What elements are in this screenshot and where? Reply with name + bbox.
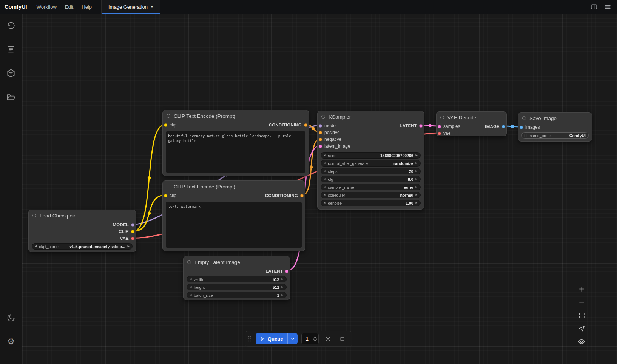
decrement-arrow-icon[interactable]: ◀ [324,194,325,196]
tab-image-generation[interactable]: Image Generation ● [102,0,160,14]
decrement-arrow-icon[interactable]: ◀ [324,202,325,204]
menu-help[interactable]: Help [77,0,96,14]
sidebar-queue-history-button[interactable] [5,20,17,31]
menu-edit[interactable]: Edit [61,0,77,14]
interrupt-button[interactable] [337,333,347,344]
clear-queue-button[interactable] [322,333,333,344]
toggle-visibility-button[interactable] [576,337,587,347]
output-port-conditioning[interactable] [300,194,304,197]
menu-workflow[interactable]: Workflow [32,0,61,14]
collapse-toggle-icon[interactable] [522,116,526,120]
widget-sampler-name[interactable]: ◀ sampler_name euler ▶ [321,184,421,190]
decrement-arrow-icon[interactable]: ◀ [324,178,325,180]
increment-arrow-icon[interactable]: ▶ [282,294,284,296]
increment-arrow-icon[interactable]: ▶ [128,245,130,248]
queue-button[interactable]: Queue [256,333,298,344]
increment-arrow-icon[interactable]: ▶ [416,202,418,204]
decrement-arrow-icon[interactable]: ◀ [324,186,325,188]
increment-arrow-icon[interactable]: ▶ [416,178,418,180]
input-port-model[interactable] [319,124,322,128]
input-port-clip[interactable] [164,194,167,197]
node-save-image[interactable]: Save Image images filename_prefix ComfyU… [518,112,592,142]
zoom-out-button[interactable] [576,297,587,307]
spinner-up-icon[interactable] [313,336,317,339]
input-port-vae[interactable] [438,132,441,135]
node-title-bar[interactable]: CLIP Text Encode (Prompt) [163,110,308,122]
output-port-image[interactable] [502,125,505,128]
queue-options-dropdown[interactable] [287,333,298,344]
node-ksampler[interactable]: KSampler model LATENT positive negative … [317,111,424,210]
decrement-arrow-icon[interactable]: ◀ [190,294,191,296]
widget-ckpt-name[interactable]: ◀ ckpt_name v1-5-pruned-emaonly.safete..… [32,243,133,250]
widget-scheduler[interactable]: ◀ scheduler normal ▶ [321,192,421,198]
widget-width[interactable]: ◀ width 512 ▶ [187,276,287,282]
widget-denoise[interactable]: ◀ denoise 1.00 ▶ [321,200,421,206]
increment-arrow-icon[interactable]: ▶ [416,162,418,165]
negative-prompt-textarea[interactable]: text, watermark [166,202,302,248]
widget-batch-size[interactable]: ◀ batch_size 1 ▶ [187,292,287,298]
node-title-bar[interactable]: VAE Decode [437,112,506,123]
sidebar-model-library-button[interactable] [5,68,17,79]
node-load-checkpoint[interactable]: Load Checkpoint MODEL CLIP VAE ◀ ckpt_na… [28,210,136,252]
decrement-arrow-icon[interactable]: ◀ [35,245,37,248]
widget-cfg[interactable]: ◀ cfg 8.0 ▶ [321,176,421,182]
widget-control-after-generate[interactable]: ◀ control_after_generate randomize ▶ [321,160,421,167]
collapse-toggle-icon[interactable] [167,185,170,188]
settings-button[interactable]: ⚙ [5,336,17,347]
output-port-model[interactable] [131,223,134,227]
decrement-arrow-icon[interactable]: ◀ [324,170,325,173]
batch-count-input[interactable]: 1 [301,333,319,344]
theme-toggle-button[interactable] [5,313,17,323]
node-title-bar[interactable]: CLIP Text Encode (Prompt) [163,181,305,192]
collapse-toggle-icon[interactable] [167,114,170,118]
drag-handle-icon[interactable] [248,336,252,342]
main-menu-button[interactable] [602,2,613,12]
output-port-conditioning[interactable] [304,123,307,127]
widget-filename-prefix[interactable]: filename_prefix ComfyUI [521,132,589,139]
increment-arrow-icon[interactable]: ▶ [282,286,284,288]
collapse-toggle-icon[interactable] [32,214,36,217]
node-title-bar[interactable]: Save Image [518,113,592,124]
node-title-bar[interactable]: Empty Latent Image [184,256,290,268]
decrement-arrow-icon[interactable]: ◀ [324,154,325,157]
node-empty-latent-image[interactable]: Empty Latent Image LATENT ◀ width 512 ▶ … [183,256,290,300]
output-port-latent[interactable] [419,124,423,128]
increment-arrow-icon[interactable]: ▶ [282,278,284,281]
node-clip-text-encode-positive[interactable]: CLIP Text Encode (Prompt) clip CONDITION… [162,110,309,176]
increment-arrow-icon[interactable]: ▶ [416,154,418,157]
output-port-latent[interactable] [285,270,288,273]
increment-arrow-icon[interactable]: ▶ [416,194,418,196]
output-port-vae[interactable] [131,237,134,240]
collapse-toggle-icon[interactable] [321,115,325,119]
select-mode-button[interactable] [576,324,587,333]
node-title-bar[interactable]: Load Checkpoint [29,210,136,221]
spinner-down-icon[interactable] [313,339,317,341]
node-title-bar[interactable]: KSampler [318,111,424,122]
positive-prompt-textarea[interactable]: beautiful scenery nature glass bottle la… [166,131,305,173]
collapse-toggle-icon[interactable] [440,116,444,119]
increment-arrow-icon[interactable]: ▶ [416,170,418,173]
decrement-arrow-icon[interactable]: ◀ [190,286,191,288]
input-port-images[interactable] [520,126,523,129]
widget-steps[interactable]: ◀ steps 20 ▶ [321,168,421,174]
fit-view-button[interactable] [576,310,587,320]
input-port-samples[interactable] [438,125,441,128]
panel-toggle-button[interactable] [588,2,600,12]
output-port-clip[interactable] [131,230,134,233]
input-port-positive[interactable] [319,131,322,134]
node-vae-decode[interactable]: VAE Decode samples IMAGE vae [436,111,507,136]
input-port-negative[interactable] [319,138,322,141]
collapse-toggle-icon[interactable] [187,260,191,264]
input-port-clip[interactable] [164,123,167,127]
widget-seed[interactable]: ◀ seed 156680208700286 ▶ [321,152,421,159]
increment-arrow-icon[interactable]: ▶ [416,186,418,188]
input-port-latent-image[interactable] [319,145,322,148]
sidebar-node-library-button[interactable] [5,44,17,55]
decrement-arrow-icon[interactable]: ◀ [324,162,325,165]
node-clip-text-encode-negative[interactable]: CLIP Text Encode (Prompt) clip CONDITION… [162,180,305,251]
folder-open-icon [6,92,16,102]
zoom-in-button[interactable] [576,284,587,294]
widget-height[interactable]: ◀ height 512 ▶ [187,284,287,290]
decrement-arrow-icon[interactable]: ◀ [190,278,191,281]
sidebar-workflows-button[interactable] [5,92,17,102]
